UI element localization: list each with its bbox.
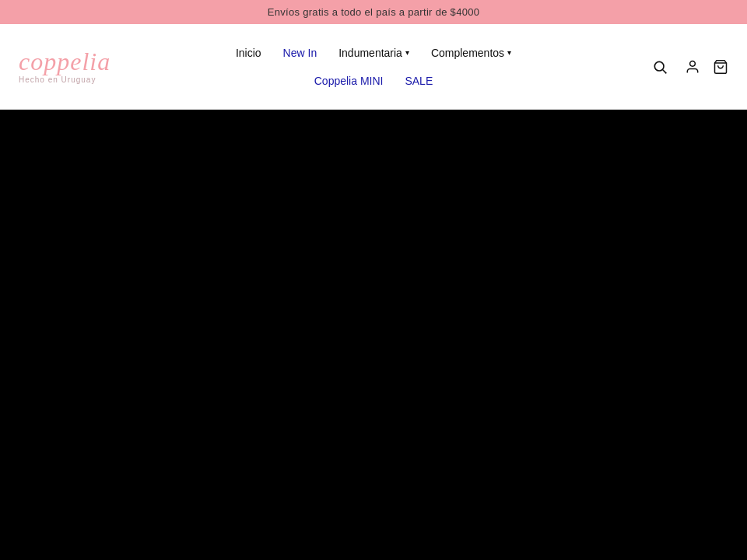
nav-item-inicio[interactable]: Inicio — [226, 40, 271, 65]
chevron-icon-indumentaria: ▾ — [405, 48, 409, 57]
logo[interactable]: coppelia Hecho en Uruguay — [19, 49, 110, 84]
login-link[interactable] — [685, 59, 700, 75]
nav-label-complementos: Complementos — [431, 47, 504, 59]
nav-label-indumentaria: Indumentaria — [338, 47, 402, 59]
svg-point-2 — [690, 61, 696, 66]
main-content — [0, 110, 747, 555]
nav-label-coppelia-mini: Coppelia MINI — [314, 75, 384, 87]
cart-icon — [713, 59, 728, 75]
nav-label-inicio: Inicio — [236, 47, 261, 59]
search-button[interactable] — [647, 54, 672, 79]
svg-line-1 — [663, 69, 667, 73]
announcement-bar: Envíos gratis a todo el país a partir de… — [0, 0, 747, 24]
header: coppelia Hecho en Uruguay InicioNew InIn… — [0, 24, 747, 110]
nav-item-sale[interactable]: SALE — [395, 68, 442, 93]
person-icon — [685, 59, 700, 75]
svg-point-0 — [654, 61, 664, 71]
chevron-icon-complementos: ▾ — [507, 48, 511, 57]
nav-label-new-in: New In — [283, 47, 317, 59]
nav-item-complementos[interactable]: Complementos▾ — [422, 40, 521, 65]
search-icon — [652, 59, 668, 75]
logo-subtitle: Hecho en Uruguay — [19, 75, 96, 84]
logo-name: coppelia — [19, 49, 110, 74]
nav-item-coppelia-mini[interactable]: Coppelia MINI — [305, 68, 393, 93]
main-nav: InicioNew InIndumentaria▾Complementos▾Co… — [187, 40, 560, 93]
header-actions — [647, 54, 728, 79]
announcement-text: Envíos gratis a todo el país a partir de… — [268, 6, 480, 18]
nav-item-new-in[interactable]: New In — [274, 40, 327, 65]
nav-item-indumentaria[interactable]: Indumentaria▾ — [329, 40, 419, 65]
cart-link[interactable] — [713, 59, 728, 75]
nav-label-sale: SALE — [405, 75, 433, 87]
